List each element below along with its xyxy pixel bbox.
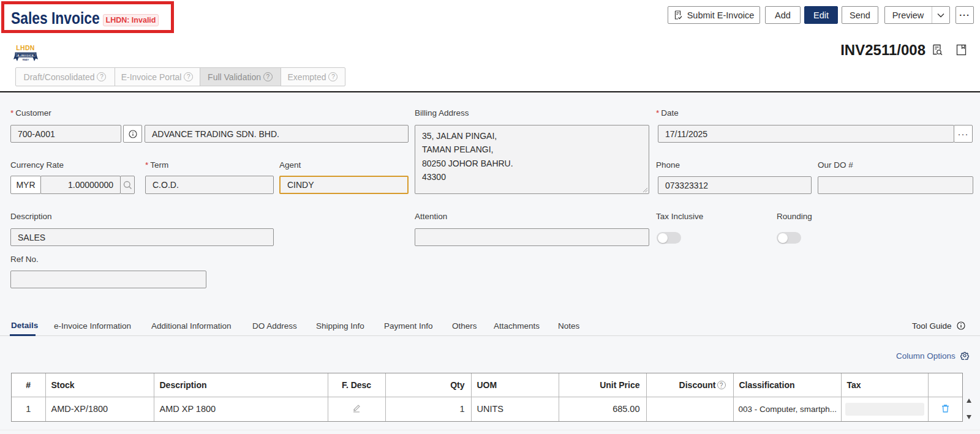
- svg-text:E-INVOICE: E-INVOICE: [18, 54, 34, 57]
- svg-text:LHDN: LHDN: [16, 44, 34, 51]
- svg-text:READY: READY: [23, 59, 29, 61]
